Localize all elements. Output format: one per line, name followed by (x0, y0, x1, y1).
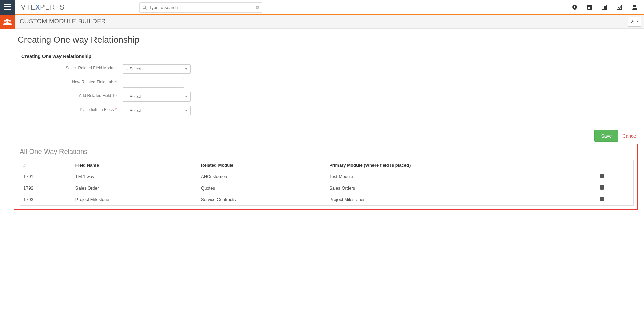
logo-post: PERTS (40, 3, 64, 11)
menu-toggle[interactable] (0, 0, 15, 15)
row-select-related-field-module: Select Related Field Module -- Select --… (18, 62, 638, 76)
module-title: CUSTOM MODULE BUILDER (20, 18, 106, 25)
required-marker: * (115, 107, 117, 112)
hamburger-icon (4, 4, 11, 10)
select-arrow-icon: ▼ (185, 95, 188, 99)
svg-rect-21 (606, 5, 607, 9)
svg-rect-39 (603, 187, 603, 189)
svg-rect-1 (4, 6, 11, 7)
cell-num: 1792 (20, 182, 72, 194)
relations-title: All One Way Relations (20, 148, 634, 156)
label-new-related-field-label: New Related Field Label (18, 76, 120, 90)
global-search[interactable] (139, 2, 262, 13)
col-field-name: Field Name (72, 160, 197, 171)
svg-rect-23 (617, 5, 622, 10)
cancel-link[interactable]: Cancel (622, 133, 637, 139)
user-icon[interactable] (632, 4, 637, 10)
module-icon-box[interactable] (0, 15, 15, 29)
calendar-icon[interactable] (587, 4, 592, 10)
trash-icon (600, 174, 604, 178)
cell-field-name: TM 1 way (72, 171, 197, 182)
search-input[interactable] (149, 5, 255, 10)
logo-x: X (35, 3, 40, 11)
trash-icon (600, 185, 604, 190)
cell-actions (596, 194, 634, 206)
chart-icon[interactable] (602, 4, 607, 10)
select-place-field-in-block[interactable]: -- Select -- ▼ (123, 106, 191, 115)
svg-rect-37 (601, 187, 601, 189)
label-place-field-in-block: Place field in Block * (18, 104, 120, 118)
select-value: -- Select -- (126, 94, 145, 99)
relations-table: # Field Name Related Module Primary Modu… (20, 160, 634, 206)
wrench-icon (630, 19, 635, 24)
sub-header: CUSTOM MODULE BUILDER (0, 15, 644, 29)
svg-point-27 (9, 20, 11, 22)
svg-rect-2 (4, 9, 11, 10)
select-related-field-module[interactable]: -- Select -- ▼ (123, 64, 191, 74)
relations-panel: All One Way Relations # Field Name Relat… (14, 144, 638, 210)
cell-actions (596, 171, 634, 182)
settings-dropdown[interactable] (628, 17, 641, 27)
chevron-down-icon[interactable] (255, 5, 259, 10)
cell-primary-module: Sales Orders (326, 182, 596, 194)
svg-rect-33 (603, 175, 603, 177)
label-select-related-field-module: Select Related Field Module (18, 62, 120, 76)
svg-rect-22 (602, 9, 607, 10)
delete-button[interactable] (600, 174, 604, 178)
main-content: Creating One way Relationship Creating O… (0, 29, 644, 213)
cell-related-module: Service Contracts (197, 194, 326, 206)
select-add-related-field-to[interactable]: -- Select -- ▼ (123, 92, 191, 102)
svg-rect-13 (588, 7, 589, 8)
add-icon[interactable] (572, 4, 577, 10)
delete-button[interactable] (600, 185, 604, 190)
col-primary-module: Primary Module (Where field is placed) (326, 160, 596, 171)
new-related-field-label-input[interactable] (123, 78, 184, 88)
form-panel: Creating One way Relationship Select Rel… (18, 51, 638, 118)
top-icon-bar (572, 4, 644, 10)
select-arrow-icon: ▼ (185, 109, 188, 112)
svg-rect-36 (601, 185, 603, 186)
cell-primary-module: Test Module (326, 171, 596, 182)
panel-heading: Creating One way Relationship (18, 51, 638, 62)
col-related-module: Related Module (197, 160, 326, 171)
logo: VTEXPERTS (21, 3, 65, 11)
svg-line-4 (145, 8, 146, 9)
select-value: -- Select -- (126, 67, 145, 71)
cell-actions (596, 182, 634, 194)
svg-rect-38 (602, 187, 602, 189)
table-row: 1791 TM 1 way ANCustomers Test Module (20, 171, 634, 182)
col-num: # (20, 160, 72, 171)
svg-rect-18 (603, 7, 603, 9)
cell-field-name: Project Milestone (72, 194, 197, 206)
svg-rect-8 (573, 7, 576, 7)
svg-rect-31 (601, 175, 601, 177)
label-add-related-field-to: Add Related Field To (18, 90, 120, 104)
svg-rect-11 (588, 5, 589, 6)
search-icon (142, 5, 147, 10)
col-actions (596, 160, 634, 171)
svg-point-24 (633, 5, 636, 7)
top-bar: VTEXPERTS (0, 0, 644, 15)
cell-primary-module: Project Milestones (326, 194, 596, 206)
check-icon[interactable] (617, 4, 623, 10)
row-add-related-field-to: Add Related Field To -- Select -- ▼ (18, 90, 638, 104)
svg-rect-45 (603, 198, 603, 200)
table-row: 1792 Sales Order Quotes Sales Orders (20, 182, 634, 194)
svg-point-5 (256, 6, 259, 9)
svg-rect-0 (4, 4, 11, 5)
cell-num: 1793 (20, 194, 72, 206)
svg-rect-15 (591, 7, 591, 8)
svg-point-3 (143, 6, 146, 8)
svg-rect-20 (605, 6, 606, 9)
save-button[interactable]: Save (594, 130, 618, 142)
delete-button[interactable] (600, 197, 604, 201)
svg-point-26 (4, 20, 6, 22)
svg-rect-19 (604, 6, 605, 9)
svg-rect-43 (601, 198, 601, 200)
page-title: Creating One way Relationship (18, 35, 638, 45)
svg-rect-16 (588, 8, 589, 9)
row-new-related-field-label: New Related Field Label (18, 76, 638, 90)
caret-down-icon (636, 21, 639, 22)
select-arrow-icon: ▼ (185, 67, 188, 71)
svg-rect-10 (587, 5, 592, 6)
